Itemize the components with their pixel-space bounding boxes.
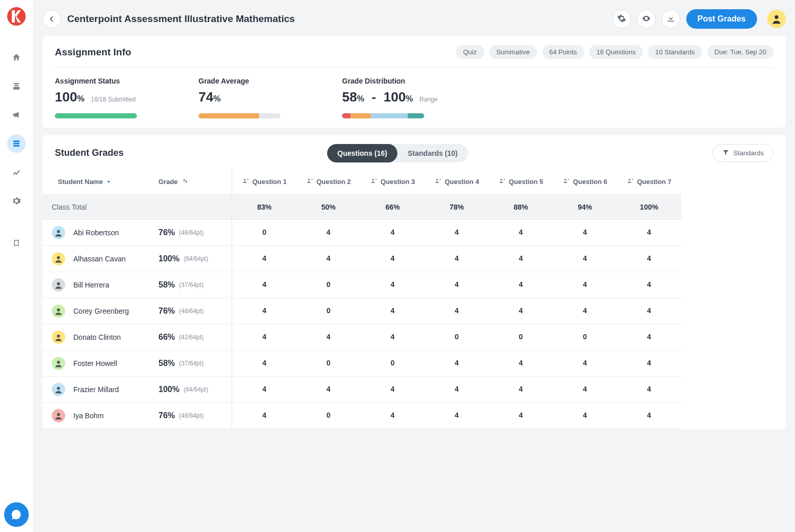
col-question[interactable]: Question 7	[617, 169, 681, 195]
student-row-sticky[interactable]: Frazier Millard100%(64/64pt)	[43, 377, 232, 403]
score-cell[interactable]: 4	[361, 220, 425, 246]
student-row-sticky[interactable]: Foster Howell58%(37/64pt)	[43, 351, 232, 377]
main-content: Centerpoint Assessment Illustrative Math…	[33, 0, 795, 532]
score-cell[interactable]: 4	[617, 246, 681, 272]
score-cell[interactable]: 4	[489, 351, 553, 377]
student-row-sticky[interactable]: Alhassan Cavan100%(64/64pt)	[43, 246, 232, 272]
nav-classes[interactable]	[7, 77, 26, 95]
score-cell[interactable]: 0	[232, 220, 296, 246]
score-cell[interactable]: 0	[296, 272, 361, 298]
col-question[interactable]: Question 4	[425, 169, 489, 195]
score-cell[interactable]: 0	[425, 324, 489, 351]
help-bubble[interactable]	[4, 502, 29, 527]
nav-announce[interactable]	[7, 106, 26, 124]
score-cell[interactable]: 4	[425, 298, 489, 324]
nav-analytics[interactable]	[7, 163, 26, 181]
svg-point-2	[308, 179, 310, 181]
score-cell[interactable]: 4	[617, 351, 681, 377]
col-grade[interactable]: Grade	[158, 178, 178, 186]
col-question[interactable]: Question 6	[553, 169, 617, 195]
col-question[interactable]: Question 5	[489, 169, 553, 195]
score-cell[interactable]: 4	[232, 351, 296, 377]
score-cell[interactable]: 4	[489, 298, 553, 324]
score-cell[interactable]: 4	[232, 324, 296, 351]
score-cell[interactable]: 4	[296, 220, 361, 246]
student-row-sticky[interactable]: Donato Clinton66%(42/64pt)	[43, 324, 232, 351]
app-logo[interactable]	[7, 7, 26, 26]
nav-settings[interactable]	[7, 192, 26, 210]
col-question[interactable]: Question 3	[361, 169, 425, 195]
score-cell[interactable]: 4	[553, 377, 617, 403]
score-cell[interactable]: 4	[232, 298, 296, 324]
score-cell[interactable]: 4	[553, 272, 617, 298]
score-cell[interactable]: 4	[232, 272, 296, 298]
score-cell[interactable]: 0	[296, 298, 361, 324]
score-cell[interactable]: 4	[361, 377, 425, 403]
tab-standards[interactable]: Standards (10)	[398, 144, 468, 162]
score-cell[interactable]: 4	[425, 377, 489, 403]
col-student-name[interactable]: Student Name	[58, 178, 103, 186]
nav-library[interactable]	[7, 234, 26, 252]
download-button[interactable]	[662, 10, 680, 28]
stat-label: Grade Distribution	[342, 77, 445, 85]
score-cell[interactable]: 0	[296, 403, 361, 429]
score-cell[interactable]: 4	[296, 246, 361, 272]
score-cell[interactable]: 0	[296, 351, 361, 377]
score-cell[interactable]: 4	[361, 298, 425, 324]
student-grade: 66%	[158, 333, 175, 342]
nav-home[interactable]	[7, 48, 26, 67]
score-cell[interactable]: 4	[361, 246, 425, 272]
score-cell[interactable]: 4	[617, 272, 681, 298]
student-row-sticky[interactable]: Bill Herrera58%(37/64pt)	[43, 272, 232, 298]
score-cell[interactable]: 4	[296, 377, 361, 403]
preview-button[interactable]	[637, 10, 655, 28]
score-cell[interactable]: 4	[617, 403, 681, 429]
score-cell[interactable]: 4	[553, 298, 617, 324]
score-cell[interactable]: 4	[553, 403, 617, 429]
score-cell[interactable]: 4	[232, 377, 296, 403]
score-cell[interactable]: 4	[425, 403, 489, 429]
score-cell[interactable]: 4	[361, 324, 425, 351]
filter-standards-button[interactable]: Standards	[712, 144, 773, 162]
student-grade: 100%	[158, 385, 180, 394]
student-row-sticky[interactable]: Iya Bohm76%(48/64pt)	[43, 403, 232, 429]
nav-assignments[interactable]	[7, 134, 26, 153]
score-cell[interactable]: 4	[489, 220, 553, 246]
score-cell[interactable]: 4	[489, 272, 553, 298]
user-avatar[interactable]	[767, 10, 786, 28]
score-cell[interactable]: 4	[361, 272, 425, 298]
student-avatar	[52, 226, 65, 239]
score-cell[interactable]: 4	[489, 377, 553, 403]
gear-icon	[617, 14, 626, 25]
score-cell[interactable]: 4	[425, 220, 489, 246]
score-cell[interactable]: 4	[553, 220, 617, 246]
score-cell[interactable]: 4	[489, 246, 553, 272]
score-cell[interactable]: 4	[425, 246, 489, 272]
back-button[interactable]	[43, 10, 61, 28]
score-cell[interactable]: 4	[617, 220, 681, 246]
col-question[interactable]: Question 1	[232, 169, 296, 195]
score-cell[interactable]: 4	[489, 403, 553, 429]
post-grades-button[interactable]: Post Grades	[686, 9, 757, 29]
score-cell[interactable]: 4	[617, 324, 681, 351]
settings-button[interactable]	[612, 10, 631, 28]
score-cell[interactable]: 4	[425, 351, 489, 377]
score-cell[interactable]: 4	[232, 403, 296, 429]
tab-questions[interactable]: Questions (16)	[327, 144, 398, 162]
score-cell[interactable]: 4	[617, 377, 681, 403]
score-cell[interactable]: 0	[553, 324, 617, 351]
score-cell[interactable]: 4	[425, 272, 489, 298]
score-cell[interactable]: 4	[553, 351, 617, 377]
score-cell[interactable]: 4	[296, 324, 361, 351]
student-row-sticky[interactable]: Corey Greenberg76%(48/64pt)	[43, 298, 232, 324]
score-cell[interactable]: 0	[489, 324, 553, 351]
student-row-sticky[interactable]: Abi Robertson76%(48/64pt)	[43, 220, 232, 246]
col-question[interactable]: Question 2	[296, 169, 361, 195]
student-grades-card: Student Grades Questions (16) Standards …	[43, 135, 786, 429]
score-cell[interactable]: 4	[553, 246, 617, 272]
score-cell[interactable]: 0	[361, 351, 425, 377]
score-cell[interactable]: 4	[232, 246, 296, 272]
score-cell[interactable]: 4	[617, 298, 681, 324]
student-points: (48/64pt)	[179, 229, 204, 236]
score-cell[interactable]: 4	[361, 403, 425, 429]
